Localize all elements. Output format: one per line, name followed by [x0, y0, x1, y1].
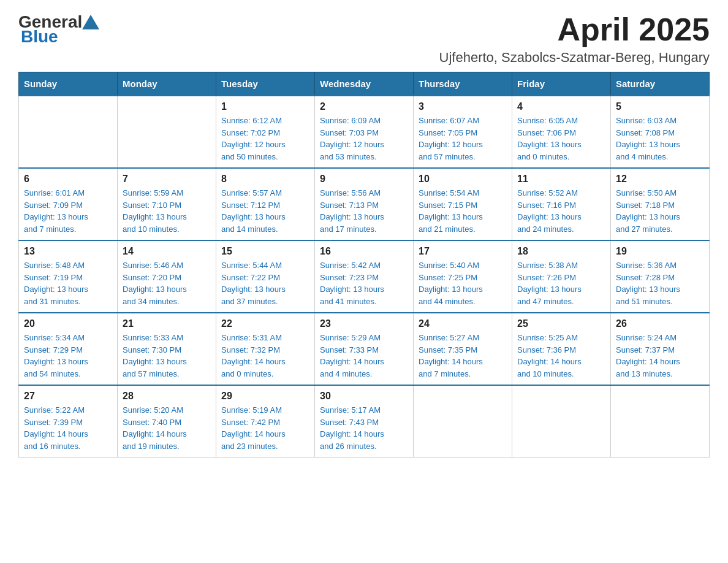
- day-info: Sunrise: 6:07 AMSunset: 7:05 PMDaylight:…: [419, 115, 507, 163]
- day-info: Sunrise: 6:03 AMSunset: 7:08 PMDaylight:…: [616, 115, 704, 163]
- calendar-cell-w5-d5: [414, 385, 512, 458]
- logo-blue-text: Blue: [21, 27, 58, 47]
- day-info: Sunrise: 5:57 AMSunset: 7:12 PMDaylight:…: [221, 187, 309, 235]
- day-info: Sunrise: 5:46 AMSunset: 7:20 PMDaylight:…: [123, 259, 211, 307]
- week-row-4: 20Sunrise: 5:34 AMSunset: 7:29 PMDayligh…: [19, 313, 710, 385]
- weekday-header-wednesday: Wednesday: [315, 72, 414, 96]
- day-number: 19: [616, 246, 704, 257]
- location-subtitle: Ujfeherto, Szabolcs-Szatmar-Bereg, Hunga…: [439, 50, 710, 66]
- day-number: 13: [24, 246, 112, 257]
- day-number: 20: [24, 318, 112, 329]
- week-row-1: 1Sunrise: 6:12 AMSunset: 7:02 PMDaylight…: [19, 96, 710, 168]
- day-info: Sunrise: 5:33 AMSunset: 7:30 PMDaylight:…: [123, 332, 211, 380]
- calendar-cell-w5-d1: 27Sunrise: 5:22 AMSunset: 7:39 PMDayligh…: [19, 385, 118, 458]
- day-number: 25: [517, 318, 605, 329]
- calendar-cell-w1-d6: 4Sunrise: 6:05 AMSunset: 7:06 PMDaylight…: [512, 96, 611, 168]
- day-info: Sunrise: 5:34 AMSunset: 7:29 PMDaylight:…: [24, 332, 112, 380]
- day-info: Sunrise: 5:54 AMSunset: 7:15 PMDaylight:…: [419, 187, 507, 235]
- calendar-cell-w2-d7: 12Sunrise: 5:50 AMSunset: 7:18 PMDayligh…: [611, 168, 710, 240]
- weekday-header-sunday: Sunday: [19, 72, 118, 96]
- day-info: Sunrise: 5:48 AMSunset: 7:19 PMDaylight:…: [24, 259, 112, 307]
- day-info: Sunrise: 5:52 AMSunset: 7:16 PMDaylight:…: [517, 187, 605, 235]
- day-number: 11: [517, 174, 605, 185]
- weekday-header-friday: Friday: [512, 72, 611, 96]
- day-number: 15: [221, 246, 309, 257]
- day-number: 26: [616, 318, 704, 329]
- day-info: Sunrise: 5:36 AMSunset: 7:28 PMDaylight:…: [616, 259, 704, 307]
- calendar-cell-w1-d1: [19, 96, 118, 168]
- day-info: Sunrise: 6:12 AMSunset: 7:02 PMDaylight:…: [221, 115, 309, 163]
- calendar-cell-w1-d2: [118, 96, 216, 168]
- day-info: Sunrise: 5:27 AMSunset: 7:35 PMDaylight:…: [419, 332, 507, 380]
- day-number: 22: [221, 318, 309, 329]
- calendar-cell-w2-d2: 7Sunrise: 5:59 AMSunset: 7:10 PMDaylight…: [118, 168, 216, 240]
- calendar-cell-w5-d3: 29Sunrise: 5:19 AMSunset: 7:42 PMDayligh…: [216, 385, 315, 458]
- day-info: Sunrise: 5:29 AMSunset: 7:33 PMDaylight:…: [320, 332, 408, 380]
- calendar-cell-w5-d2: 28Sunrise: 5:20 AMSunset: 7:40 PMDayligh…: [118, 385, 216, 458]
- day-info: Sunrise: 5:17 AMSunset: 7:43 PMDaylight:…: [320, 404, 408, 452]
- day-info: Sunrise: 5:31 AMSunset: 7:32 PMDaylight:…: [221, 332, 309, 380]
- calendar-cell-w3-d5: 17Sunrise: 5:40 AMSunset: 7:25 PMDayligh…: [414, 240, 512, 313]
- logo-triangle-icon: [82, 15, 99, 29]
- calendar-cell-w3-d1: 13Sunrise: 5:48 AMSunset: 7:19 PMDayligh…: [19, 240, 118, 313]
- calendar-cell-w2-d4: 9Sunrise: 5:56 AMSunset: 7:13 PMDaylight…: [315, 168, 414, 240]
- weekday-header-saturday: Saturday: [611, 72, 710, 96]
- calendar-cell-w4-d2: 21Sunrise: 5:33 AMSunset: 7:30 PMDayligh…: [118, 313, 216, 385]
- calendar-cell-w1-d7: 5Sunrise: 6:03 AMSunset: 7:08 PMDaylight…: [611, 96, 710, 168]
- weekday-header-row: SundayMondayTuesdayWednesdayThursdayFrid…: [19, 72, 710, 96]
- calendar-cell-w3-d3: 15Sunrise: 5:44 AMSunset: 7:22 PMDayligh…: [216, 240, 315, 313]
- day-number: 9: [320, 174, 408, 185]
- calendar-cell-w3-d7: 19Sunrise: 5:36 AMSunset: 7:28 PMDayligh…: [611, 240, 710, 313]
- page-header: General Blue April 2025 Ujfeherto, Szabo…: [18, 12, 710, 66]
- calendar-cell-w2-d3: 8Sunrise: 5:57 AMSunset: 7:12 PMDaylight…: [216, 168, 315, 240]
- day-info: Sunrise: 5:22 AMSunset: 7:39 PMDaylight:…: [24, 404, 112, 452]
- calendar-cell-w1-d5: 3Sunrise: 6:07 AMSunset: 7:05 PMDaylight…: [414, 96, 512, 168]
- day-number: 24: [419, 318, 507, 329]
- day-number: 7: [123, 174, 211, 185]
- day-number: 4: [517, 101, 605, 112]
- day-number: 21: [123, 318, 211, 329]
- day-info: Sunrise: 5:38 AMSunset: 7:26 PMDaylight:…: [517, 259, 605, 307]
- svg-marker-0: [82, 15, 99, 29]
- day-info: Sunrise: 5:20 AMSunset: 7:40 PMDaylight:…: [123, 404, 211, 452]
- calendar-cell-w1-d3: 1Sunrise: 6:12 AMSunset: 7:02 PMDaylight…: [216, 96, 315, 168]
- month-title: April 2025: [439, 12, 710, 47]
- day-info: Sunrise: 5:42 AMSunset: 7:23 PMDaylight:…: [320, 259, 408, 307]
- weekday-header-tuesday: Tuesday: [216, 72, 315, 96]
- calendar-cell-w3-d6: 18Sunrise: 5:38 AMSunset: 7:26 PMDayligh…: [512, 240, 611, 313]
- calendar-cell-w2-d1: 6Sunrise: 6:01 AMSunset: 7:09 PMDaylight…: [19, 168, 118, 240]
- calendar-cell-w4-d1: 20Sunrise: 5:34 AMSunset: 7:29 PMDayligh…: [19, 313, 118, 385]
- calendar-cell-w3-d4: 16Sunrise: 5:42 AMSunset: 7:23 PMDayligh…: [315, 240, 414, 313]
- day-info: Sunrise: 5:24 AMSunset: 7:37 PMDaylight:…: [616, 332, 704, 380]
- calendar-cell-w2-d6: 11Sunrise: 5:52 AMSunset: 7:16 PMDayligh…: [512, 168, 611, 240]
- day-number: 2: [320, 101, 408, 112]
- day-info: Sunrise: 5:44 AMSunset: 7:22 PMDaylight:…: [221, 259, 309, 307]
- day-info: Sunrise: 5:19 AMSunset: 7:42 PMDaylight:…: [221, 404, 309, 452]
- calendar-cell-w5-d4: 30Sunrise: 5:17 AMSunset: 7:43 PMDayligh…: [315, 385, 414, 458]
- day-number: 16: [320, 246, 408, 257]
- calendar-table: SundayMondayTuesdayWednesdayThursdayFrid…: [18, 72, 710, 458]
- day-info: Sunrise: 5:59 AMSunset: 7:10 PMDaylight:…: [123, 187, 211, 235]
- day-number: 14: [123, 246, 211, 257]
- day-number: 3: [419, 101, 507, 112]
- day-number: 5: [616, 101, 704, 112]
- calendar-cell-w1-d4: 2Sunrise: 6:09 AMSunset: 7:03 PMDaylight…: [315, 96, 414, 168]
- weekday-header-monday: Monday: [118, 72, 216, 96]
- day-number: 18: [517, 246, 605, 257]
- week-row-5: 27Sunrise: 5:22 AMSunset: 7:39 PMDayligh…: [19, 385, 710, 458]
- day-info: Sunrise: 5:40 AMSunset: 7:25 PMDaylight:…: [419, 259, 507, 307]
- logo: General Blue: [18, 12, 99, 47]
- calendar-cell-w5-d6: [512, 385, 611, 458]
- day-number: 12: [616, 174, 704, 185]
- calendar-cell-w5-d7: [611, 385, 710, 458]
- week-row-3: 13Sunrise: 5:48 AMSunset: 7:19 PMDayligh…: [19, 240, 710, 313]
- day-number: 29: [221, 391, 309, 402]
- day-number: 8: [221, 174, 309, 185]
- calendar-cell-w4-d5: 24Sunrise: 5:27 AMSunset: 7:35 PMDayligh…: [414, 313, 512, 385]
- day-number: 10: [419, 174, 507, 185]
- day-number: 27: [24, 391, 112, 402]
- day-number: 6: [24, 174, 112, 185]
- day-info: Sunrise: 6:09 AMSunset: 7:03 PMDaylight:…: [320, 115, 408, 163]
- day-number: 23: [320, 318, 408, 329]
- day-number: 17: [419, 246, 507, 257]
